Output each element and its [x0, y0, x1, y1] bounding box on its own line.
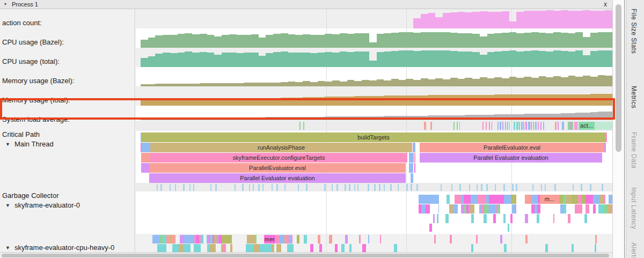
trace-slice[interactable] [505, 122, 506, 130]
trace-slice[interactable] [477, 184, 478, 191]
side-tab-metrics[interactable]: Metrics [630, 86, 638, 108]
trace-slice[interactable] [541, 184, 542, 191]
trace-slice[interactable] [291, 244, 294, 252]
block-track[interactable] [141, 224, 612, 232]
trace-slice[interactable] [183, 184, 184, 191]
trace-slice[interactable] [335, 244, 338, 252]
trace-slice[interactable] [179, 244, 183, 252]
trace-slice[interactable] [299, 122, 301, 130]
trace-slice[interactable] [581, 184, 582, 191]
trace-slice[interactable] [248, 244, 254, 252]
trace-slice[interactable] [298, 184, 299, 191]
trace-slice[interactable] [416, 184, 418, 191]
trace-slice[interactable] [593, 204, 596, 213]
trace-slice-labeled[interactable]: skyframeExecutor.configureTargets [150, 153, 407, 163]
trace-slice[interactable] [276, 184, 278, 191]
trace-slice[interactable] [394, 244, 397, 252]
trace-slice[interactable] [537, 204, 540, 213]
trace-slice[interactable] [319, 244, 322, 252]
trace-slice[interactable] [604, 143, 606, 152]
evaluator0-level3-track[interactable] [141, 214, 612, 223]
trace-slice[interactable] [543, 122, 544, 130]
evaluator0-level2-track[interactable] [141, 204, 612, 213]
trace-slice[interactable] [509, 122, 510, 130]
area-chart-system-load-average[interactable] [141, 106, 612, 120]
area-chart-cpu-usage-total-[interactable] [141, 48, 612, 67]
trace-slice[interactable] [379, 184, 380, 191]
trace-slice[interactable] [194, 244, 199, 252]
trace-slice[interactable] [595, 122, 612, 130]
trace-slice[interactable] [519, 122, 520, 130]
trace-slice[interactable] [523, 122, 524, 130]
trace-slice[interactable] [545, 244, 548, 252]
trace-slice[interactable] [595, 244, 596, 252]
trace-slice[interactable] [572, 244, 574, 252]
expand-arrow-icon[interactable]: ▼ [5, 245, 10, 250]
trace-slice[interactable] [500, 122, 501, 130]
trace-slice[interactable] [457, 122, 458, 130]
trace-slice[interactable] [525, 214, 528, 223]
trace-slice[interactable] [390, 184, 392, 191]
trace-slice[interactable] [574, 122, 576, 130]
trace-slice[interactable] [398, 184, 399, 191]
trace-slice[interactable] [469, 184, 470, 191]
main-thread-row-4[interactable]: Parallel Evaluator evaluation [141, 173, 612, 183]
trace-slice[interactable] [581, 204, 582, 213]
trace-slice[interactable] [332, 184, 333, 191]
trace-slice[interactable] [528, 122, 530, 130]
trace-slice[interactable] [540, 122, 541, 130]
area-chart-memory-usage-bazel-[interactable] [141, 67, 612, 86]
trace-slice[interactable] [498, 204, 500, 213]
trace-slice[interactable] [279, 244, 281, 252]
labeled-block-track[interactable]: m... [141, 195, 612, 204]
trace-slice[interactable] [159, 244, 163, 252]
trace-slice[interactable] [260, 244, 266, 252]
trace-slice[interactable] [545, 184, 546, 191]
trace-slice[interactable] [514, 122, 515, 130]
trace-slice[interactable] [349, 184, 350, 191]
side-tab-input-latency[interactable]: Input Latency [630, 187, 638, 230]
trace-slice[interactable] [189, 184, 191, 191]
trace-slice[interactable] [495, 184, 496, 191]
trace-slice[interactable] [512, 204, 516, 213]
trace-slice[interactable] [242, 184, 243, 191]
trace-slice[interactable] [497, 122, 499, 130]
trace-slice[interactable] [349, 244, 352, 252]
trace-slice[interactable] [357, 184, 358, 191]
trace-slice[interactable] [535, 122, 537, 130]
trace-slice[interactable] [503, 214, 506, 223]
trace-slice[interactable] [553, 214, 554, 223]
trace-slice[interactable] [481, 184, 482, 191]
trace-slice[interactable] [470, 204, 474, 213]
horizontal-scrollbar-thumb[interactable] [2, 254, 609, 257]
trace-slice[interactable] [253, 184, 254, 191]
trace-slice[interactable] [489, 122, 490, 130]
trace-slice-labeled[interactable]: buildTargets [142, 132, 605, 142]
area-chart-memory-usage-total-[interactable] [141, 86, 612, 106]
trace-slice[interactable] [602, 184, 603, 191]
trace-slice[interactable] [262, 184, 264, 191]
trace-slice[interactable] [459, 184, 461, 191]
main-thread-row-0[interactable]: buildTargets [141, 132, 612, 142]
trace-slice[interactable] [336, 184, 338, 191]
trace-slice[interactable] [525, 122, 527, 130]
cpuheavy-level2-track[interactable] [141, 244, 612, 252]
trace-slice[interactable] [575, 204, 579, 213]
vertical-scrollbar[interactable] [612, 0, 624, 258]
trace-slice-labeled[interactable]: ParallelEvaluator.eval [420, 143, 604, 152]
main-thread-row-1[interactable]: runAnalysisPhaseParallelEvaluator.eval [141, 143, 612, 152]
side-tab-frame-data[interactable]: Frame Data [630, 132, 638, 168]
trace-slice-labeled[interactable]: act... [579, 122, 595, 130]
gc-ticks-track[interactable] [141, 184, 612, 191]
trace-slice[interactable] [223, 244, 226, 252]
trace-slice[interactable] [516, 204, 516, 213]
trace-slice[interactable] [484, 204, 488, 213]
trace-slice[interactable] [437, 214, 438, 223]
trace-slice[interactable] [508, 224, 509, 232]
trace-slice[interactable] [510, 214, 512, 223]
trace-slice[interactable] [484, 214, 487, 223]
trace-slice[interactable] [493, 214, 496, 223]
area-chart-cpu-usage-bazel-[interactable] [141, 28, 612, 48]
trace-slice[interactable] [537, 214, 539, 223]
trace-slice[interactable] [451, 184, 452, 191]
